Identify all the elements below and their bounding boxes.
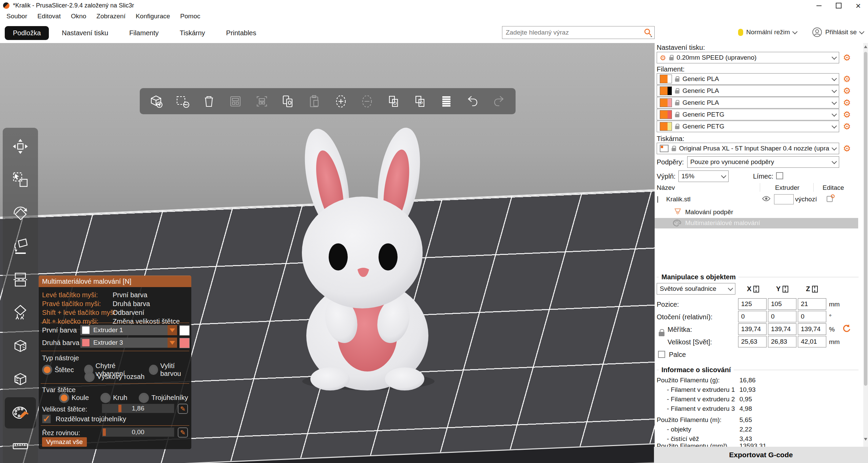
redo-button[interactable] bbox=[489, 92, 508, 111]
mode-selector[interactable]: Normální režim bbox=[738, 26, 797, 38]
second-color-preview-swatch[interactable] bbox=[179, 338, 190, 348]
first-color-preview-swatch[interactable] bbox=[179, 325, 190, 336]
model-kralik-bunny[interactable] bbox=[291, 125, 454, 393]
uniform-scale-lock-icon[interactable] bbox=[659, 332, 664, 336]
rotation-x-input[interactable] bbox=[738, 311, 767, 322]
paint-supports-tool-button[interactable] bbox=[5, 297, 36, 328]
delete-all-button[interactable] bbox=[199, 92, 218, 111]
search-input[interactable] bbox=[502, 28, 643, 37]
clipping-slider[interactable]: 0,00 bbox=[102, 427, 174, 437]
menu-okno[interactable]: Okno bbox=[66, 13, 91, 20]
3d-viewport[interactable]: O P bbox=[0, 43, 657, 463]
multimaterial-painting-tool-button[interactable] bbox=[5, 397, 36, 428]
filament-gear-button[interactable]: ⚙ bbox=[842, 98, 852, 108]
maximize-button[interactable] bbox=[829, 0, 848, 11]
radio-height-range[interactable]: Výškový rozsah bbox=[84, 373, 144, 381]
measure-tool-button[interactable] bbox=[5, 430, 36, 462]
size-z-input[interactable] bbox=[798, 336, 826, 347]
minimize-button[interactable] bbox=[809, 0, 829, 11]
filament-gear-button[interactable]: ⚙ bbox=[842, 109, 852, 120]
tab-filaments[interactable]: Filamenty bbox=[121, 26, 167, 40]
scale-y-input[interactable] bbox=[768, 323, 796, 335]
infill-combo[interactable]: 15% bbox=[678, 170, 729, 182]
arrange-bed-button[interactable] bbox=[252, 92, 271, 111]
eye-icon[interactable] bbox=[762, 196, 771, 202]
search-box[interactable] bbox=[502, 26, 655, 39]
filament-combo-4[interactable]: Generic PETG bbox=[657, 109, 839, 120]
scale-z-input[interactable] bbox=[798, 323, 826, 335]
menu-soubor[interactable]: Soubor bbox=[1, 13, 32, 20]
supports-combo[interactable]: Pouze pro vynucené podpěry bbox=[687, 156, 839, 168]
rotate-tool-button[interactable] bbox=[5, 197, 36, 228]
radio-circle[interactable]: Kruh bbox=[100, 394, 127, 402]
brush-size-edit-button[interactable]: ✎ bbox=[178, 404, 188, 414]
undo-button[interactable] bbox=[463, 92, 482, 111]
object-extruder-swatch[interactable] bbox=[774, 194, 794, 204]
variable-layer-height-button[interactable] bbox=[437, 92, 456, 111]
move-tool-button[interactable] bbox=[5, 131, 36, 162]
add-instance-button[interactable] bbox=[331, 92, 350, 111]
menu-konfigurace[interactable]: Konfigurace bbox=[131, 13, 175, 20]
edit-object-icon[interactable] bbox=[826, 194, 835, 203]
sidebar-scrollbar[interactable] bbox=[863, 43, 868, 447]
add-object-button[interactable] bbox=[147, 92, 166, 111]
arrange-button[interactable] bbox=[226, 92, 245, 111]
object-subrow-supports[interactable]: Malování podpěr bbox=[685, 208, 733, 216]
printer-gear-button[interactable]: ⚙ bbox=[842, 143, 852, 154]
dropdown-arrow-button[interactable] bbox=[168, 338, 177, 348]
filament-combo-3[interactable]: Generic PLA bbox=[657, 97, 839, 108]
radio-sphere[interactable]: Koule bbox=[59, 394, 89, 402]
position-x-input[interactable] bbox=[738, 298, 767, 310]
tab-printables[interactable]: Printables bbox=[218, 26, 265, 40]
menu-editovat[interactable]: Editovat bbox=[32, 13, 66, 20]
object-subrow-mmu-selected[interactable]: Multimateriálové malování bbox=[655, 218, 858, 228]
login-control[interactable]: Přihlásit se bbox=[812, 26, 864, 38]
tab-plater[interactable]: Podložka bbox=[5, 26, 49, 40]
position-z-input[interactable] bbox=[798, 298, 826, 310]
reset-scale-icon[interactable] bbox=[842, 324, 851, 333]
close-button[interactable]: × bbox=[848, 0, 868, 11]
rotation-z-input[interactable] bbox=[798, 311, 826, 322]
clipping-edit-button[interactable]: ✎ bbox=[178, 427, 188, 438]
coordinates-combo[interactable]: Světové souřadnice bbox=[657, 283, 735, 295]
filament-combo-5[interactable]: Generic PETG bbox=[657, 121, 839, 132]
scale-tool-button[interactable] bbox=[5, 164, 36, 195]
position-y-input[interactable] bbox=[768, 298, 796, 310]
search-icon[interactable] bbox=[643, 27, 653, 38]
filament-combo-2[interactable]: Generic PLA bbox=[657, 85, 839, 97]
brim-checkbox[interactable] bbox=[776, 172, 783, 179]
second-color-combo[interactable]: Extruder 3 bbox=[80, 338, 177, 348]
size-y-input[interactable] bbox=[768, 336, 796, 347]
radio-bucket-fill[interactable]: Vylití barvou bbox=[149, 362, 191, 378]
printer-combo[interactable]: Original Prusa XL - 5T Input Shaper 0.4 … bbox=[657, 143, 839, 154]
scale-x-input[interactable] bbox=[738, 323, 767, 335]
filament-gear-button[interactable]: ⚙ bbox=[842, 86, 852, 96]
menu-zobrazeni[interactable]: Zobrazení bbox=[91, 13, 131, 20]
print-settings-gear-button[interactable]: ⚙ bbox=[842, 53, 852, 63]
tab-printers[interactable]: Tiskárny bbox=[172, 26, 213, 40]
seam-painting-tool-button[interactable] bbox=[5, 330, 36, 362]
remove-instance-button[interactable] bbox=[358, 92, 377, 111]
cut-tool-button[interactable] bbox=[5, 264, 36, 295]
paste-button[interactable] bbox=[305, 92, 324, 111]
dropdown-arrow-button[interactable] bbox=[168, 325, 177, 335]
brush-size-slider[interactable]: 1,86 bbox=[102, 404, 174, 413]
inches-checkbox[interactable] bbox=[658, 351, 665, 358]
scrollbar-thumb[interactable] bbox=[864, 52, 867, 386]
tree-collapse-icon[interactable] bbox=[657, 196, 658, 202]
scroll-up-icon[interactable] bbox=[864, 45, 867, 48]
radio-triangles[interactable]: Trojúhelníky bbox=[139, 394, 188, 402]
fuzzy-skin-tool-button[interactable] bbox=[5, 364, 36, 395]
place-on-face-tool-button[interactable] bbox=[5, 231, 36, 262]
export-gcode-button[interactable]: Exportovat G-code bbox=[654, 447, 868, 463]
tab-print-settings[interactable]: Nastavení tisku bbox=[54, 26, 116, 40]
print-settings-combo[interactable]: ⚙ 0.20mm SPEED (upraveno) bbox=[657, 52, 839, 63]
split-to-objects-button[interactable]: O bbox=[384, 92, 403, 111]
scroll-down-icon[interactable] bbox=[864, 438, 867, 441]
clear-all-button[interactable]: Vymazat vše bbox=[42, 437, 87, 447]
first-color-combo[interactable]: Extruder 1 bbox=[80, 325, 177, 335]
split-triangles-checkbox[interactable]: ✓ bbox=[42, 415, 51, 423]
radio-brush[interactable]: Štětec bbox=[42, 362, 74, 378]
delete-object-button[interactable] bbox=[173, 92, 192, 111]
split-to-parts-button[interactable]: P bbox=[410, 92, 429, 111]
